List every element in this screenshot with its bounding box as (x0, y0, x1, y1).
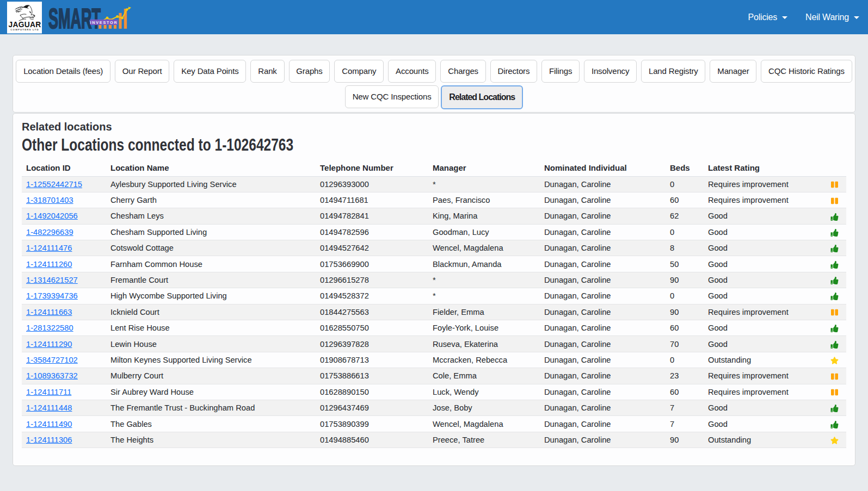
svg-text:INVESTOR: INVESTOR (90, 20, 118, 25)
svg-text:JAGUAR: JAGUAR (8, 21, 41, 29)
svg-text:COMPUTERS LTD: COMPUTERS LTD (10, 28, 39, 31)
svg-text:SMART: SMART (48, 2, 101, 34)
